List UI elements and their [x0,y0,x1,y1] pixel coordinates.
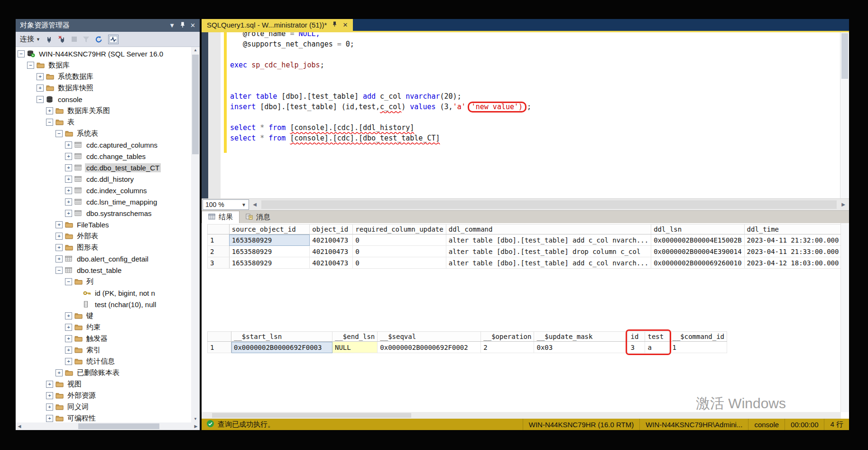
scrollbar-thumb[interactable] [261,200,837,209]
expand-icon[interactable]: + [46,415,53,422]
column-header[interactable]: __$command_id [670,332,727,342]
column-header[interactable]: object_id [310,225,353,234]
expand-icon[interactable]: + [65,187,72,194]
tree-item[interactable]: +数据库快照 [16,82,191,94]
expand-icon[interactable]: + [65,312,72,319]
grid-cell[interactable]: 402100473 [310,246,353,257]
tree-horizontal-scrollbar[interactable]: ◀ ▶ [16,422,200,430]
tree-item[interactable]: +统计信息 [16,356,191,367]
tree-vertical-scrollbar[interactable]: ▲ ▼ [191,47,200,422]
tree-item[interactable]: test (nchar(10), null [16,299,191,310]
expand-icon[interactable]: + [65,164,72,171]
tree-item[interactable]: +cdc.lsn_time_mapping [16,196,191,207]
grid-cell[interactable]: 2023-04-11 21:33:00.000 [744,246,849,257]
expand-icon[interactable]: + [65,347,72,354]
tree-item[interactable]: −dbo.test_table [16,264,191,276]
scroll-up-icon[interactable]: ▲ [191,47,200,54]
expand-icon[interactable]: + [55,369,63,376]
tab-messages[interactable]: 消息 [240,211,277,223]
tree-item[interactable]: +dbo.systranschemas [16,207,191,219]
expand-icon[interactable]: + [65,176,72,183]
pin-icon[interactable] [180,22,185,29]
grid-cell[interactable]: 0x03 [534,342,628,353]
editor-horizontal-scrollbar[interactable]: ◀ ▶ [249,199,849,210]
results-horizontal-scrollbar[interactable] [202,412,841,419]
column-header[interactable] [208,225,230,234]
tree-item[interactable]: +触发器 [16,333,191,344]
expand-icon[interactable]: + [65,210,72,217]
connect-button[interactable]: 连接▼ [20,35,40,44]
grid-cell[interactable]: 0 [353,246,446,257]
close-icon[interactable]: ✕ [342,21,348,28]
tree-item[interactable]: −数据库 [16,59,191,71]
tree-item[interactable]: +cdc.index_columns [16,185,191,196]
editor-vertical-scrollbar[interactable] [840,32,849,198]
close-icon[interactable]: ✕ [190,22,195,29]
scrollbar-thumb[interactable] [841,33,848,79]
stop-icon[interactable] [71,36,77,42]
tree-item[interactable]: −WIN-N44KSNC79HR (SQL Server 16.0 [16,48,191,59]
grid-cell[interactable]: 0 [353,234,446,246]
tree-item[interactable]: +cdc.dbo_test_table_CT [16,162,191,173]
column-header[interactable]: ddl_time [744,225,849,234]
expand-icon[interactable]: + [65,335,72,342]
connect-plug-icon[interactable] [46,36,53,43]
expand-icon[interactable]: + [55,233,63,240]
expand-icon[interactable]: + [46,107,53,114]
grid-cell[interactable]: NULL [332,342,378,353]
grid-cell[interactable]: 402100473 [310,234,353,246]
scroll-left-icon[interactable]: ◀ [16,422,23,430]
column-header[interactable]: test [645,332,670,342]
grid-cell[interactable]: 1653580929 [229,234,309,246]
scrollbar-thumb[interactable] [192,55,199,154]
expand-icon[interactable]: + [37,73,44,80]
collapse-icon[interactable]: − [18,50,25,57]
window-position-dropdown-icon[interactable]: ▼ [169,22,175,29]
tree-item[interactable]: +图形表 [16,242,191,253]
column-header[interactable]: __$operation [481,332,534,342]
collapse-icon[interactable]: − [55,267,63,274]
column-header[interactable]: ddl_lsn [651,225,744,234]
grid-cell[interactable]: 0x0000002B00004E390014 [651,246,744,257]
column-header[interactable]: __$update_mask [534,332,628,342]
tree-item[interactable]: +cdc.ddl_history [16,173,191,185]
expand-icon[interactable]: + [55,255,63,262]
collapse-icon[interactable]: − [55,130,63,137]
grid-cell[interactable]: 2023-04-12 18:03:00.000 [744,257,849,269]
tree-item[interactable]: −列 [16,276,191,287]
tree-item[interactable]: +视图 [16,378,191,390]
disconnect-plug-icon[interactable] [58,36,66,43]
tree-item[interactable]: +cdc.captured_columns [16,139,191,150]
expand-icon[interactable]: + [65,141,72,149]
expand-icon[interactable]: + [37,84,44,92]
tree-item[interactable]: +约束 [16,321,191,333]
column-header[interactable] [208,332,231,342]
expand-icon[interactable]: + [65,324,72,331]
grid-cell[interactable]: alter table [dbo].[test_table] add c_col… [446,257,651,269]
refresh-icon[interactable] [95,36,103,43]
tree-item[interactable]: −系统表 [16,128,191,139]
column-header[interactable]: id [628,332,645,342]
expand-icon[interactable]: + [55,244,63,251]
grid-cell[interactable]: a [645,342,670,353]
query-tab[interactable]: SQLQuery1.sql - W...ministrator (51))* ✕ [202,19,353,31]
column-header[interactable]: source_object_id [229,225,309,234]
column-header[interactable]: __$start_lsn [231,332,332,342]
expand-icon[interactable]: + [46,403,53,411]
grid-cell[interactable]: 2023-04-11 21:32:00.000 [744,234,849,246]
grid-cell[interactable]: 1653580929 [229,246,309,257]
expand-icon[interactable]: + [65,153,72,160]
tree-item[interactable]: −console [16,94,191,105]
expand-icon[interactable]: + [46,381,53,388]
tree-item[interactable]: +外部表 [16,230,191,242]
tree-item[interactable]: +数据库关系图 [16,105,191,116]
tree-item[interactable]: +同义词 [16,401,191,412]
tree-item[interactable]: +键 [16,310,191,321]
grid-cell[interactable]: 1 [208,342,231,353]
scrollbar-thumb[interactable] [212,413,411,418]
expand-icon[interactable]: + [46,392,53,399]
grid-cell[interactable]: 0x0000002B00004E15002B [651,234,744,246]
tree-item[interactable]: +可编程性 [16,412,191,422]
grid-cell[interactable]: 3 [208,257,230,269]
tab-results[interactable]: 结果 [202,211,240,223]
